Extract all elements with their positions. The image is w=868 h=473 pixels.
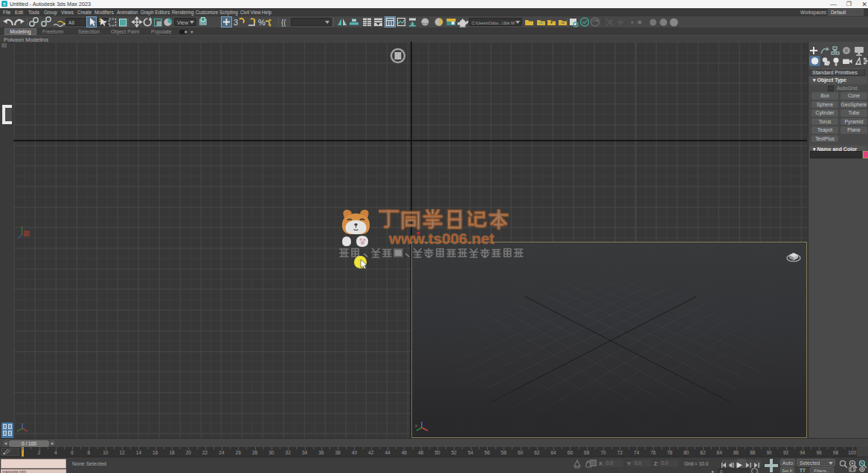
svg-text:3: 3 (234, 18, 238, 27)
svg-text:%: % (258, 18, 266, 27)
svg-text:B: B (3, 2, 6, 7)
svg-text:{(: {( (281, 19, 286, 27)
svg-text:y: y (415, 423, 417, 428)
